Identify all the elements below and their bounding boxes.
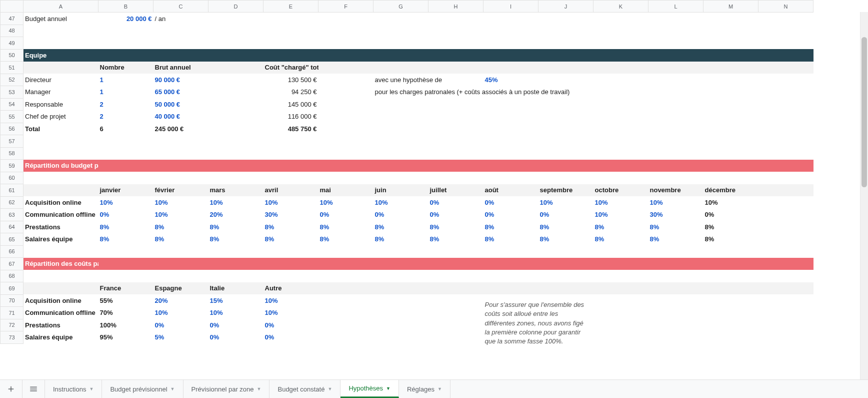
row-number[interactable]: 59: [0, 160, 24, 172]
row-number[interactable]: 72: [0, 319, 24, 331]
row-number[interactable]: 57: [0, 135, 24, 148]
equipe-row: 52Directeur190 000 €130 500 €avec une hy…: [0, 74, 814, 86]
countries-header: 69FranceEspagneItalieAutre: [0, 282, 814, 295]
row-number[interactable]: 65: [0, 233, 24, 246]
row-number[interactable]: 62: [0, 196, 24, 209]
row-number[interactable]: 66: [0, 245, 24, 258]
row-number[interactable]: 53: [0, 86, 24, 99]
tab-label: Budget prévisionnel: [110, 385, 167, 393]
column-header[interactable]: M: [704, 1, 758, 13]
row-number[interactable]: 50: [0, 49, 24, 62]
tab-label: Instructions: [53, 385, 86, 393]
charges-pct: 45%: [485, 76, 498, 84]
row-number[interactable]: 47: [0, 13, 24, 25]
tab-label: Budget constaté: [278, 385, 324, 393]
chevron-down-icon: ▼: [257, 386, 262, 391]
tab-label: Prévisionnel par zone: [192, 385, 254, 393]
column-header[interactable]: J: [538, 1, 594, 13]
row-number[interactable]: 54: [0, 98, 24, 111]
column-header[interactable]: N: [758, 1, 814, 13]
column-header[interactable]: K: [594, 1, 648, 13]
equipe-row: 55Chef de projet240 000 €116 000 €: [0, 111, 814, 123]
column-header[interactable]: I: [484, 1, 538, 13]
sheet-tab[interactable]: Budget prévisionnel▼: [102, 380, 183, 398]
mois-data-row: 62Acquisition online10%10%10%10%10%10%0%…: [0, 196, 814, 209]
row-number[interactable]: 56: [0, 123, 24, 135]
equipe-row: 54Responsable250 000 €145 000 €: [0, 98, 814, 111]
equipe-row: 53Manager165 000 €94 250 €pour les charg…: [0, 86, 814, 99]
column-header[interactable]: A: [24, 1, 98, 13]
row-number[interactable]: 52: [0, 74, 24, 86]
budget-unit: / an: [154, 13, 208, 25]
budget-label: Budget annuel: [24, 13, 98, 25]
row-number[interactable]: 49: [0, 37, 24, 50]
row-number[interactable]: 70: [0, 294, 24, 307]
all-sheets-button[interactable]: [22, 380, 45, 398]
chevron-down-icon: ▼: [386, 386, 390, 391]
column-header[interactable]: B: [98, 1, 154, 13]
column-header[interactable]: G: [374, 1, 428, 13]
chevron-down-icon: ▼: [328, 386, 332, 391]
scroll-thumb[interactable]: [862, 37, 867, 187]
row-number[interactable]: 69: [0, 282, 24, 295]
equipe-total-row: 56Total6245 000 €485 750 €: [0, 123, 814, 135]
row-number[interactable]: 58: [0, 147, 24, 160]
row-number[interactable]: 67: [0, 258, 24, 270]
row-number[interactable]: 73: [0, 331, 24, 344]
mois-data-row: 65Salaires équipe8%8%8%8%8%8%8%8%8%8%8%8…: [0, 233, 814, 246]
chevron-down-icon: ▼: [170, 386, 175, 391]
row-number[interactable]: 48: [0, 25, 24, 37]
sheet-tab[interactable]: Prévisionnel par zone▼: [184, 380, 270, 398]
tab-label: Hypothèses: [348, 384, 383, 392]
pays-data-row: 70Acquisition online55%20%15%10%Pour s'a…: [0, 294, 814, 307]
sheet-tab[interactable]: Réglages▼: [399, 380, 450, 398]
vertical-scrollbar[interactable]: [860, 12, 868, 380]
row-number[interactable]: 60: [0, 172, 24, 184]
column-headers[interactable]: ABCDEFGHIJKLMN: [0, 1, 814, 13]
row-number[interactable]: 71: [0, 307, 24, 319]
row-number[interactable]: 68: [0, 270, 24, 282]
sheet-tab[interactable]: Hypothèses▼: [340, 380, 399, 398]
months-header: 61janvierfévriermarsavrilmaijuinjuilleta…: [0, 184, 814, 197]
section-equipe-header: 50Equipe: [0, 49, 814, 62]
column-header[interactable]: [0, 1, 24, 13]
column-header[interactable]: H: [428, 1, 484, 13]
mois-data-row: 64Prestations8%8%8%8%8%8%8%8%8%8%8%8%: [0, 221, 814, 233]
pays-data-row: 71Communication offline70%10%10%10%: [0, 307, 814, 319]
sheet-tab[interactable]: Budget constaté▼: [270, 380, 340, 398]
pays-data-row: 72Prestations100%0%0%0%: [0, 319, 814, 331]
chevron-down-icon: ▼: [89, 386, 94, 391]
section-repartition-mois-header: 59Répartition du budget par par mois: [0, 160, 814, 172]
equipe-column-headers: 51NombreBrut annuelCoût "chargé" total: [0, 62, 814, 74]
row-number[interactable]: 61: [0, 184, 24, 197]
section-repartition-pays-header: 67Répartition des coûts par pays / filia…: [0, 258, 814, 270]
pays-data-row: 73Salaires équipe95%5%0%0%: [0, 331, 814, 344]
column-header[interactable]: L: [648, 1, 704, 13]
add-sheet-button[interactable]: [0, 380, 22, 398]
column-header[interactable]: D: [208, 1, 264, 13]
chevron-down-icon: ▼: [438, 386, 442, 391]
spreadsheet-grid[interactable]: ABCDEFGHIJKLMN47Budget annuel20 000 €/ a…: [0, 0, 814, 344]
column-header[interactable]: E: [264, 1, 318, 13]
budget-value: 20 000 €: [126, 15, 152, 23]
column-header[interactable]: F: [318, 1, 374, 13]
sheet-tab[interactable]: Instructions▼: [45, 380, 102, 398]
row-number[interactable]: 55: [0, 111, 24, 123]
row-number[interactable]: 51: [0, 62, 24, 74]
row-number[interactable]: 64: [0, 221, 24, 233]
row-number[interactable]: 63: [0, 209, 24, 221]
sheet-tab-bar: Instructions▼Budget prévisionnel▼Prévisi…: [0, 379, 868, 398]
mois-data-row: 63Communication offline0%10%20%30%0%0%0%…: [0, 209, 814, 221]
column-header[interactable]: C: [154, 1, 208, 13]
tab-label: Réglages: [407, 385, 434, 393]
